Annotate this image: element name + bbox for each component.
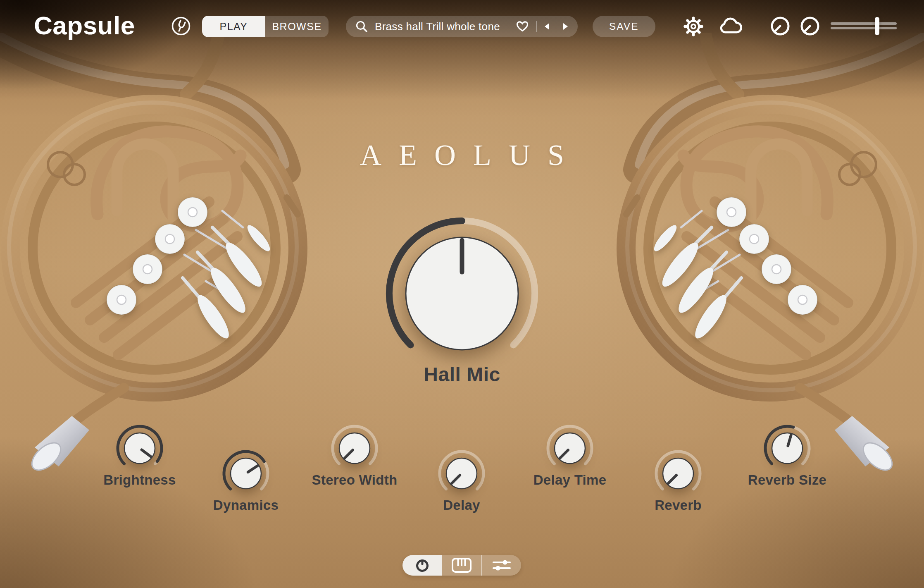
preset-name: Brass hall Trill whole tone — [375, 20, 516, 33]
stereo-width-label: Stereo Width — [280, 472, 429, 488]
hall-mic-label: Hall Mic — [338, 363, 586, 386]
volume-slider[interactable] — [831, 17, 897, 36]
reverb-size-label: Reverb Size — [713, 472, 862, 488]
volume-slider-rail-top — [831, 22, 897, 25]
macro-knob-b-icon[interactable] — [800, 16, 820, 36]
view-toggle: PLAY BROWSE — [202, 16, 329, 37]
delay-time-knob[interactable] — [541, 419, 599, 477]
hall-mic-knob[interactable] — [375, 207, 549, 380]
mixer-panel-button[interactable] — [481, 555, 521, 576]
next-preset-icon[interactable] — [562, 22, 569, 31]
settings-gear-icon[interactable] — [683, 16, 704, 37]
tuning-fork-icon[interactable] — [170, 15, 192, 37]
delay-knob[interactable] — [433, 445, 491, 502]
plugin-window: Capsule PLAY BROWSE Brass hall Trill who… — [0, 0, 924, 588]
previous-preset-icon[interactable] — [544, 22, 550, 31]
reverb-size-knob[interactable] — [758, 419, 816, 477]
dynamics-knob[interactable] — [217, 445, 275, 502]
reverb-knob[interactable] — [649, 445, 707, 502]
delay-label: Delay — [387, 497, 536, 513]
delay-time-label: Delay Time — [495, 472, 644, 488]
volume-slider-rail-bottom — [831, 27, 897, 29]
search-divider — [536, 21, 537, 32]
mixer-panel-icon — [492, 558, 511, 572]
dynamics-label: Dynamics — [171, 497, 320, 513]
preset-search-bar[interactable]: Brass hall Trill whole tone — [346, 16, 578, 37]
tab-browse[interactable]: BROWSE — [265, 16, 329, 37]
cloud-sync-icon[interactable] — [719, 17, 742, 36]
keyboard-panel-button[interactable] — [442, 555, 481, 576]
instrument-title: AEOLUS — [343, 138, 581, 172]
reverb-label: Reverb — [604, 497, 753, 513]
capsule-logo: Capsule — [34, 11, 135, 40]
favorite-heart-icon[interactable] — [516, 21, 529, 32]
search-icon — [355, 20, 368, 33]
brightness-label: Brightness — [65, 472, 214, 488]
brightness-knob[interactable] — [111, 419, 169, 477]
keyboard-panel-icon — [452, 558, 472, 573]
knob-panel-button[interactable] — [402, 555, 442, 576]
macro-knob-a-icon[interactable] — [770, 16, 790, 36]
stereo-width-knob[interactable] — [326, 419, 383, 477]
knob-panel-icon — [414, 557, 431, 574]
save-button[interactable]: SAVE — [593, 16, 655, 37]
tab-play[interactable]: PLAY — [202, 16, 265, 37]
volume-slider-handle[interactable] — [875, 17, 879, 35]
panel-switcher — [402, 555, 521, 576]
top-bar: Capsule PLAY BROWSE Brass hall Trill who… — [0, 0, 924, 54]
